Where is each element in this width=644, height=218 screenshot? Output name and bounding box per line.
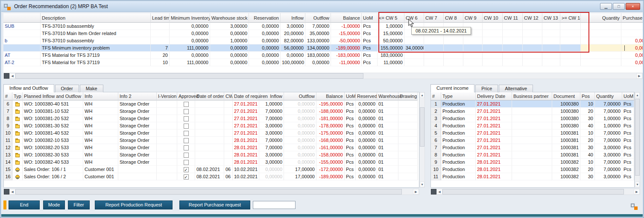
report-purchase-request-button[interactable]: Report Purchase request xyxy=(179,200,250,209)
filter-button[interactable]: Filter xyxy=(68,200,90,209)
inflow-outflow-row[interactable]: 13WO: 1000382-30 533WHStorage Order28.01… xyxy=(4,151,418,159)
scroll-left-icon[interactable]: ◀ xyxy=(436,189,442,194)
maximize-button[interactable]: □ xyxy=(613,3,625,10)
approved-checkbox[interactable] xyxy=(184,131,189,136)
item-row[interactable]: TFS Minimum inventory problem7111,000000… xyxy=(3,44,643,52)
current-income-row[interactable]: 9Production28.01.20211000382107,00000Pcs xyxy=(431,159,634,166)
cell-n: 8 xyxy=(431,151,441,159)
inflow-outflow-row[interactable]: 10WO: 1000381-40 532WHStorage Order27.01… xyxy=(4,130,418,137)
scroll-right-icon[interactable]: ▶ xyxy=(634,189,640,194)
cell-warehouse_stock: 3,00000 xyxy=(210,23,249,30)
inflow-outflow-row[interactable]: 15Sales Order: 106 / 1Customer 001✓08.02… xyxy=(4,166,418,173)
approved-checkbox[interactable] xyxy=(184,124,189,129)
cell-drawing xyxy=(398,122,418,130)
cell-inflow: 7,00000 xyxy=(259,108,284,115)
tab-alternative[interactable]: Alternative xyxy=(499,85,533,92)
scroll-left-icon[interactable]: ◀ xyxy=(9,73,15,79)
mode-button[interactable]: Mode xyxy=(43,200,65,209)
grid-splitter[interactable] xyxy=(4,73,9,79)
item-row[interactable]: SUBTFS-37010 subassembly0,000003,000000,… xyxy=(3,23,643,30)
column-header-warehouse-stock: Warehouse stock xyxy=(210,13,249,23)
cell-balance: -195,00000 xyxy=(316,100,345,108)
cell-description: TFS-37010 subassembly xyxy=(41,37,151,44)
scrollbar-thumb[interactable] xyxy=(442,189,624,194)
scrollbar-thumb[interactable] xyxy=(15,189,402,194)
tab-make[interactable]: Make xyxy=(80,85,103,92)
current-income-row[interactable]: 4Production27.01.20211000380401,00000Pcs xyxy=(431,122,634,130)
inflow-outflow-row[interactable]: 6WO: 1000380-40 531WHStorage Order27.01.… xyxy=(4,100,418,108)
scrollbar-track[interactable] xyxy=(15,189,413,194)
cell-iversion xyxy=(157,151,177,159)
tab-price[interactable]: Price xyxy=(475,85,498,92)
inflow-outflow-row[interactable]: 8WO: 1000381-20 532WHStorage Order27.01.… xyxy=(4,115,418,122)
inflow-outflow-row[interactable]: 9WO: 1000381-30 532WHStorage Order27.01.… xyxy=(4,122,418,130)
report-production-request-button[interactable]: Report Production Request xyxy=(95,200,173,209)
approved-checkbox[interactable] xyxy=(184,160,189,165)
cell-date-of-requirement: 28.01.2021 xyxy=(233,159,259,166)
current-income-row[interactable]: 6Production27.01.20211000381207,00000Pcs xyxy=(431,137,634,144)
scroll-up-icon[interactable]: ▲ xyxy=(420,92,424,98)
inflow-outflow-row[interactable]: 7WO: 1000381-10 532WHStorage Order27.01.… xyxy=(4,108,418,115)
cell-delivery_date: 27.01.2021 xyxy=(476,108,512,115)
current-income-row[interactable]: 10Production28.01.20211000382207,00000Pc… xyxy=(431,166,634,173)
scroll-up-icon[interactable]: ▲ xyxy=(635,92,640,98)
scroll-right-icon[interactable]: ▶ xyxy=(636,73,642,79)
current-income-row[interactable]: 5Production27.01.20211000381107,00000Pcs xyxy=(431,130,634,137)
cell-inflow: 0,00000 xyxy=(259,166,284,173)
scroll-down-icon[interactable]: ▼ xyxy=(635,182,640,187)
cell-delivery_date: 27.01.2021 xyxy=(476,122,512,130)
scrollbar-track[interactable] xyxy=(15,73,636,79)
end-button[interactable]: End xyxy=(9,200,40,209)
tab-order[interactable]: Order xyxy=(55,85,79,92)
scrollbar-track[interactable] xyxy=(420,98,424,182)
scrollbar-thumb[interactable] xyxy=(635,99,640,176)
current-income-row[interactable]: 11Production28.01.20211000382303,00000Pc… xyxy=(431,173,634,180)
minimize-button[interactable]: ▁ xyxy=(600,3,612,10)
grid-splitter[interactable] xyxy=(4,189,9,194)
scroll-down-icon[interactable]: ▼ xyxy=(420,182,424,187)
approved-checkbox[interactable] xyxy=(184,109,189,114)
cell-balance: -175,00000 xyxy=(316,130,345,137)
cell-code: SUB xyxy=(3,23,41,30)
cell-approved: ✓ xyxy=(177,166,195,173)
scroll-right-icon[interactable]: ▶ xyxy=(413,189,419,194)
approved-checkbox[interactable] xyxy=(184,153,189,158)
scroll-left-icon[interactable]: ◀ xyxy=(9,189,15,194)
approved-checkbox[interactable] xyxy=(184,145,189,150)
scrollbar-track[interactable] xyxy=(442,189,634,194)
inflow-outflow-row[interactable]: 12WO: 1000382-20 533WHStorage Order28.01… xyxy=(4,144,418,151)
tab-inflow-and-outflow[interactable]: Inflow and Outflow xyxy=(3,84,54,92)
approved-checkbox[interactable] xyxy=(184,138,189,143)
tab-current-income[interactable]: Current income xyxy=(430,84,474,92)
scrollbar-thumb[interactable] xyxy=(15,73,363,79)
cell-n: 16 xyxy=(4,173,12,180)
cell-info: Customer 001 xyxy=(83,166,118,173)
approved-checkbox[interactable]: ✓ xyxy=(184,167,189,172)
grid-splitter[interactable] xyxy=(431,189,436,194)
inflow-outflow-row[interactable]: 14WO: 1000382-40 533WHStorage Order28.01… xyxy=(4,159,418,166)
inflow-outflow-row[interactable]: 11WO: 1000382-10 533WHStorage Order28.01… xyxy=(4,137,418,144)
current-income-row[interactable]: 3Production27.01.20211000380301,00000Pcs xyxy=(431,115,634,122)
column-header-business-partner: Business partner xyxy=(512,92,552,100)
cell-type: Production xyxy=(441,122,476,130)
item-row[interactable]: AT-2TFS Material for TFS 3711910111,0000… xyxy=(3,59,643,66)
cell-approved xyxy=(177,122,195,130)
current-income-row[interactable]: 8Production27.01.20211000381403,00000Pcs xyxy=(431,151,634,159)
current-income-row[interactable]: 1Production27.01.20211000380107,00000Pcs xyxy=(431,100,634,108)
approved-checkbox[interactable] xyxy=(184,116,189,121)
footer-input[interactable] xyxy=(253,201,296,209)
item-row[interactable]: TFS-37010 Main Item Order related0,00000… xyxy=(3,30,643,37)
scrollbar-thumb[interactable] xyxy=(420,107,424,147)
close-button[interactable]: × xyxy=(626,3,640,10)
approved-checkbox[interactable] xyxy=(184,102,189,107)
current-income-row[interactable]: 7Production27.01.20211000381303,00000Pcs xyxy=(431,144,634,151)
item-row[interactable]: bTFS-37010 subassembly0,000001,000000,00… xyxy=(3,37,643,44)
approved-checkbox[interactable]: ✓ xyxy=(184,174,189,180)
cell-reservation: 0,00000 xyxy=(249,37,281,44)
inflow-outflow-row[interactable]: 16Sales Order: 106 / 2Customer 001✓08.02… xyxy=(4,173,418,180)
current-income-row[interactable]: 2Production27.01.20211000380207,00000Pcs xyxy=(431,108,634,115)
item-row[interactable]: ATTFS Material for TFS 37119200,000000,0… xyxy=(3,52,643,59)
scrollbar-track[interactable] xyxy=(635,98,640,182)
column-header-reserved: Reserved xyxy=(356,92,377,100)
cell-type: Production xyxy=(441,108,476,115)
